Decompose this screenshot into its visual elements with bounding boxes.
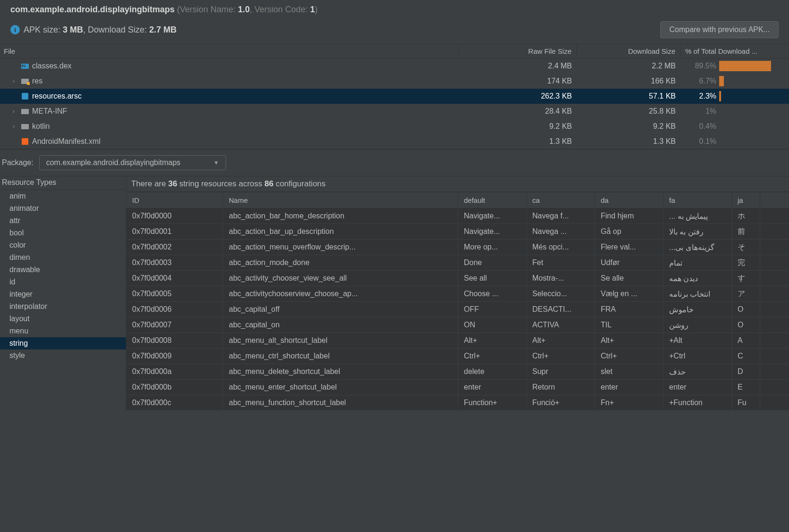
expand-chevron-icon[interactable]: › <box>9 78 18 84</box>
string-default: enter <box>458 380 527 395</box>
version-name: 1.0 <box>238 5 250 14</box>
resource-type-layout[interactable]: layout <box>0 313 126 325</box>
string-da: Ctrl+ <box>595 349 663 364</box>
string-fa: انتخاب برنامه <box>663 286 732 301</box>
percent-cell: 6.7% <box>680 77 719 85</box>
resource-type-id[interactable]: id <box>0 276 126 288</box>
string-row[interactable]: 0x7f0d000aabc_menu_delete_shortcut_label… <box>126 364 789 380</box>
string-fa: enter <box>663 380 732 395</box>
resource-type-interpolator[interactable]: interpolator <box>0 300 126 313</box>
resource-type-attr[interactable]: attr <box>0 215 126 227</box>
resource-type-color[interactable]: color <box>0 239 126 251</box>
string-default: Navigate... <box>458 208 527 224</box>
package-dropdown[interactable]: com.example.android.displayingbitmaps ▼ <box>39 155 226 170</box>
string-ja: ホ <box>732 208 760 224</box>
string-row[interactable]: 0x7f0d0008abc_menu_alt_shortcut_labelAlt… <box>126 333 789 349</box>
string-row[interactable]: 0x7f0d0003abc_action_mode_doneDoneFetUdf… <box>126 255 789 271</box>
col-id-header[interactable]: ID <box>126 192 223 208</box>
col-fa-header[interactable]: fa <box>663 192 732 208</box>
resource-type-style[interactable]: style <box>0 349 126 362</box>
string-row[interactable]: 0x7f0d000babc_menu_enter_shortcut_labele… <box>126 380 789 395</box>
percent-bar <box>719 121 789 132</box>
string-row[interactable]: 0x7f0d0001abc_action_bar_up_descriptionN… <box>126 224 789 240</box>
string-da: Alt+ <box>595 333 663 348</box>
folder-icon <box>21 107 29 116</box>
string-name: abc_menu_function_shortcut_label <box>223 395 458 410</box>
resource-types-list: Resource Types animanimatorattrboolcolor… <box>0 176 126 411</box>
resource-type-menu[interactable]: menu <box>0 325 126 337</box>
string-row[interactable]: 0x7f0d0004abc_activity_chooser_view_see_… <box>126 271 789 286</box>
string-id: 0x7f0d0000 <box>126 208 223 224</box>
string-ca: Ctrl+ <box>527 349 595 364</box>
string-default: More op... <box>458 240 527 255</box>
expand-chevron-icon[interactable]: › <box>9 108 18 115</box>
col-percent-header[interactable]: % of Total Download ... <box>680 44 789 58</box>
file-name: res <box>32 77 42 85</box>
expand-chevron-icon[interactable]: › <box>9 123 18 130</box>
string-default: See all <box>458 271 527 286</box>
string-id: 0x7f0d0008 <box>126 333 223 348</box>
col-download-header[interactable]: Download Size <box>577 44 680 58</box>
string-ca: Fet <box>527 255 595 270</box>
string-row[interactable]: 0x7f0d0002abc_action_menu_overflow_descr… <box>126 240 789 255</box>
string-ja: 完 <box>732 255 760 270</box>
col-default-header[interactable]: default <box>458 192 527 208</box>
string-id: 0x7f0d0007 <box>126 317 223 332</box>
compare-apk-button[interactable]: Compare with previous APK... <box>660 21 779 38</box>
col-name-header[interactable]: Name <box>223 192 458 208</box>
resource-type-animator[interactable]: animator <box>0 202 126 215</box>
resource-type-dimen[interactable]: dimen <box>0 251 126 264</box>
file-row[interactable]: ·resources.arsc262.3 KB57.1 KB2.3% <box>0 89 789 104</box>
percent-cell: 0.4% <box>680 122 719 131</box>
col-ja-header[interactable]: ja <box>732 192 760 208</box>
folder-icon <box>21 122 29 131</box>
resource-type-integer[interactable]: integer <box>0 288 126 300</box>
string-name: abc_menu_delete_shortcut_label <box>223 364 458 379</box>
file-row[interactable]: ›META-INF28.4 KB25.8 KB1% <box>0 104 789 119</box>
file-name: classes.dex <box>32 62 72 70</box>
string-row[interactable]: 0x7f0d000cabc_menu_function_shortcut_lab… <box>126 395 789 411</box>
string-row[interactable]: 0x7f0d0000abc_action_bar_home_descriptio… <box>126 208 789 224</box>
string-fa: خاموش <box>663 302 732 317</box>
resource-type-drawable[interactable]: drawable <box>0 264 126 276</box>
col-file-header[interactable]: File <box>0 44 459 58</box>
arsc-icon <box>21 92 29 100</box>
download-size-cell: 2.2 MB <box>577 62 680 70</box>
file-row[interactable]: ·AndroidManifest.xml1.3 KB1.3 KB0.1% <box>0 134 789 149</box>
string-row[interactable]: 0x7f0d0009abc_menu_ctrl_shortcut_labelCt… <box>126 349 789 364</box>
col-ca-header[interactable]: ca <box>527 192 595 208</box>
download-size-cell: 57.1 KB <box>577 92 680 100</box>
resource-type-bool[interactable]: bool <box>0 227 126 239</box>
string-ca: ACTIVA <box>527 317 595 332</box>
string-fa: گزینه‌های بی... <box>663 240 732 255</box>
xml-icon <box>21 137 29 146</box>
raw-size: 262.3 KB <box>459 92 577 100</box>
file-row[interactable]: ›kotlin9.2 KB9.2 KB0.4% <box>0 119 789 134</box>
resource-type-string[interactable]: string <box>0 337 126 349</box>
file-row[interactable]: ›res174 KB166 KB6.7% <box>0 74 789 89</box>
package-dropdown-value: com.example.android.displayingbitmaps <box>46 158 181 167</box>
apk-title: com.example.android.displayingbitmaps (V… <box>10 5 779 21</box>
string-row[interactable]: 0x7f0d0007abc_capital_onONACTIVATILروشنO <box>126 317 789 333</box>
string-ca: Funció+ <box>527 395 595 410</box>
file-row[interactable]: ·classes.dex2.4 MB2.2 MB89.5% <box>0 58 789 74</box>
col-raw-header[interactable]: Raw File Size <box>459 44 577 58</box>
string-row[interactable]: 0x7f0d0006abc_capital_offOFFDESACTI...FR… <box>126 302 789 317</box>
raw-size: 28.4 KB <box>459 107 577 116</box>
string-ja: O <box>732 302 760 317</box>
col-da-header[interactable]: da <box>595 192 663 208</box>
string-id: 0x7f0d0004 <box>126 271 223 286</box>
resource-type-anim[interactable]: anim <box>0 190 126 202</box>
string-fa: حذف <box>663 364 732 379</box>
string-default: OFF <box>458 302 527 317</box>
percent-cell: 2.3% <box>680 92 719 100</box>
string-ja: A <box>732 333 760 348</box>
string-ja: Fu <box>732 395 760 410</box>
string-id: 0x7f0d0005 <box>126 286 223 301</box>
string-da: Gå op <box>595 224 663 239</box>
string-name: abc_capital_on <box>223 317 458 332</box>
string-id: 0x7f0d000c <box>126 395 223 410</box>
string-row[interactable]: 0x7f0d0005abc_activitychooserview_choose… <box>126 286 789 302</box>
string-fa: Function+ <box>663 395 732 410</box>
string-default: Function+ <box>458 395 527 410</box>
